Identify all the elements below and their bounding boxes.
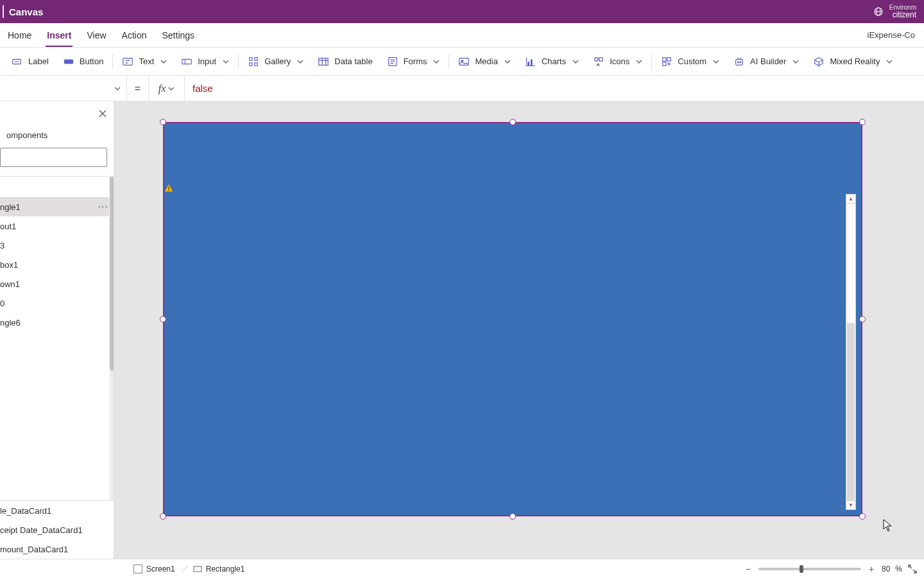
chevron-down-icon [114,85,121,92]
media-icon [458,56,470,67]
tree-tab[interactable]: omponents [0,126,114,144]
fx-button[interactable]: fx [149,76,185,101]
svg-rect-20 [663,62,666,65]
selected-rectangle[interactable]: ▲ ▼ [163,122,862,516]
formula-input[interactable]: false [185,76,924,101]
ribbon-text[interactable]: Text [116,52,173,71]
menu-insert[interactable]: Insert [39,23,79,47]
resize-handle[interactable] [859,119,866,125]
tree-item[interactable]: out1··· [0,216,114,236]
svg-rect-14 [527,62,529,66]
chevron-down-icon [572,58,579,65]
resize-handle[interactable] [509,513,516,520]
ribbon-media[interactable]: Media [452,52,517,71]
tree-panel: omponents ngle1 ··· out1··· 3··· box1···… [0,101,114,559]
label-icon [12,56,23,67]
chevron-down-icon [160,58,167,65]
ribbon-custom[interactable]: Custom [654,52,726,71]
menu-home[interactable]: Home [0,23,39,47]
breadcrumb-screen[interactable]: Screen1 [128,563,180,575]
close-icon[interactable] [98,109,107,118]
svg-rect-5 [182,59,191,64]
rectangle-icon [193,565,202,574]
canvas-area[interactable]: ▲ ▼ [114,101,924,559]
ribbon-mixedreality[interactable]: Mixed Reality [807,52,899,71]
search-input[interactable] [0,148,107,167]
zoom-in-button[interactable]: + [866,564,877,574]
tree-item[interactable]: 3··· [0,236,114,255]
svg-rect-9 [255,62,258,66]
ribbon-datatable[interactable]: Data table [311,52,379,71]
more-icon[interactable]: ··· [98,201,108,213]
chevron-down-icon [223,58,229,65]
tree-item[interactable]: ngle1 ··· [0,197,114,216]
ribbon-forms[interactable]: Forms [381,52,447,71]
breadcrumb-object[interactable]: Rectangle1 [188,563,250,575]
menu-action[interactable]: Action [114,23,155,47]
ribbon-charts[interactable]: Charts [518,52,585,71]
zoom-out-button[interactable]: − [743,564,753,574]
forms-icon [387,56,398,67]
tree-item[interactable]: mount_DataCard1 [0,539,114,559]
screen-icon [133,565,142,574]
tree-item[interactable]: le_DataCard1 [0,501,114,520]
ribbon-icons[interactable]: Icons [586,52,649,71]
charts-icon [525,56,536,67]
property-selector[interactable] [0,76,127,101]
environment-icon[interactable] [873,6,884,17]
app-name: Canvas [9,6,43,17]
tree-scrollbar[interactable] [109,177,114,500]
formula-bar: = fx false [0,76,924,101]
mixedreality-icon [813,56,825,67]
tree-item[interactable]: box1··· [0,255,114,274]
scroll-up-icon[interactable]: ▲ [846,195,855,204]
svg-rect-21 [736,59,743,65]
resize-handle[interactable] [160,513,166,520]
custom-icon [661,56,672,67]
warning-icon[interactable] [164,184,173,193]
svg-rect-18 [663,57,666,60]
resize-handle[interactable] [509,119,516,125]
scroll-down-icon[interactable]: ▼ [846,500,855,509]
text-icon [122,56,133,67]
app-divider [3,5,4,18]
tree-item[interactable]: ngle6··· [0,313,114,332]
button-icon [63,56,74,67]
tree-item[interactable]: own1··· [0,274,114,293]
cursor-icon [883,519,892,532]
svg-rect-26 [194,566,201,572]
ribbon-label[interactable]: Label [5,52,55,71]
zoom-slider[interactable] [758,568,861,570]
resize-handle[interactable] [160,316,166,322]
ribbon-gallery[interactable]: Gallery [241,52,310,71]
svg-rect-15 [531,59,533,66]
chevron-down-icon [886,58,893,65]
inner-scrollbar[interactable]: ▲ ▼ [846,194,856,510]
menu-bar: Home Insert View Action Settings iExpens… [0,23,924,48]
menu-settings[interactable]: Settings [155,23,203,47]
resize-handle[interactable] [160,119,166,125]
gallery-icon [248,56,259,67]
ribbon-input[interactable]: Input [175,52,235,71]
ribbon-aibuilder[interactable]: AI Builder [727,52,805,71]
svg-rect-8 [250,62,253,66]
tree-item[interactable]: ceipt Date_DataCard1 [0,520,114,539]
fullscreen-icon[interactable] [907,564,918,574]
chevron-down-icon [636,58,642,65]
svg-rect-17 [599,57,603,60]
svg-rect-25 [168,190,169,191]
svg-rect-6 [250,57,253,60]
tree-item[interactable]: 0··· [0,293,114,313]
menu-view[interactable]: View [79,23,114,47]
resize-handle[interactable] [859,513,866,520]
svg-rect-12 [459,58,468,65]
svg-point-22 [737,62,739,63]
env-value: citizent [889,11,916,19]
title-bar: Canvas Environm citizent [0,0,924,23]
ribbon-button[interactable]: Button [56,52,110,71]
file-name: iExpense-Co [859,23,924,47]
env-label: Environm [889,4,916,11]
equals-label: = [127,76,149,101]
svg-rect-10 [319,58,328,65]
resize-handle[interactable] [859,316,866,322]
